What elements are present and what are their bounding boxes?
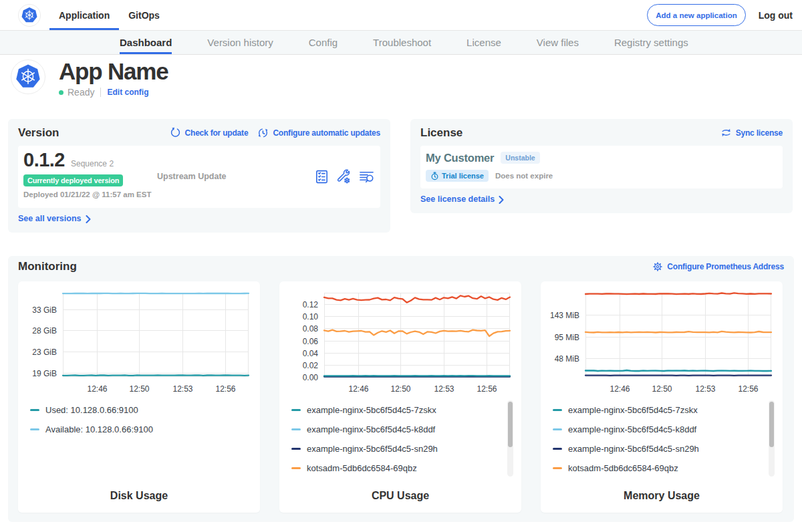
sync-license-label: Sync license — [736, 128, 783, 138]
subnav-item-config[interactable]: Config — [309, 31, 338, 54]
subnav-item-registry-settings[interactable]: Registry settings — [614, 31, 688, 54]
legend-item-example-nginx-5bc6f5d4c5-k8ddf[interactable]: example-nginx-5bc6f5d4c5-k8ddf — [553, 420, 783, 439]
svg-text:12:53: 12:53 — [172, 384, 192, 394]
page-title: App Name — [59, 59, 168, 84]
memory-usage-legend: example-nginx-5bc6f5d4c5-7zskxexample-ng… — [541, 400, 783, 478]
legend-label: example-nginx-5bc6f5d4c5-sn29h — [568, 444, 699, 454]
disk-usage-legend: Used: 10.128.0.66:9100Available: 10.128.… — [18, 400, 260, 439]
svg-text:95 MiB: 95 MiB — [555, 333, 579, 342]
legend-label: Available: 10.128.0.66:9100 — [45, 424, 153, 434]
svg-text:12:50: 12:50 — [652, 384, 672, 394]
legend-scrollbar-thumb[interactable] — [508, 402, 513, 447]
see-all-versions-label: See all versions — [18, 214, 82, 223]
version-card-title: Version — [18, 126, 59, 140]
svg-text:19 GiB: 19 GiB — [32, 369, 57, 378]
chart-title-memory-usage: Memory Usage — [541, 490, 783, 502]
dashboard-main: Version Check for update — [0, 119, 802, 522]
legend-scrollbar[interactable] — [507, 400, 513, 477]
subnav-item-version-history[interactable]: Version history — [207, 31, 273, 54]
configure-prometheus-link[interactable]: Configure Prometheus Address — [652, 261, 784, 272]
svg-text:12:53: 12:53 — [434, 384, 454, 394]
chart-title-disk-usage: Disk Usage — [18, 490, 260, 502]
legend-item-available-10-128-0-66-9100[interactable]: Available: 10.128.0.66:9100 — [30, 420, 260, 439]
svg-text:12:50: 12:50 — [129, 384, 149, 394]
see-all-versions-link[interactable]: See all versions — [18, 213, 380, 225]
legend-label: example-nginx-5bc6f5d4c5-sn29h — [307, 444, 438, 454]
legend-item-example-nginx-5bc6f5d4c5-k8ddf[interactable]: example-nginx-5bc6f5d4c5-k8ddf — [291, 420, 521, 439]
legend-dash-icon — [30, 409, 39, 411]
legend-dash-icon — [30, 428, 39, 430]
add-new-application-button[interactable]: Add a new application — [647, 4, 745, 26]
license-card-title: License — [420, 126, 462, 140]
legend-scrollbar-thumb[interactable] — [769, 402, 774, 447]
kubernetes-wheel-icon — [21, 7, 38, 24]
svg-text:12:46: 12:46 — [348, 384, 368, 394]
channel-badge: Unstable — [501, 152, 539, 164]
sync-license-link[interactable]: Sync license — [720, 127, 783, 138]
auto-update-clock-icon — [257, 127, 269, 138]
edit-config-icon[interactable] — [336, 169, 352, 184]
legend-item-kotsadm-5db6dc6584-69qbz[interactable]: kotsadm-5db6dc6584-69qbz — [553, 458, 783, 478]
subnav-item-troubleshoot[interactable]: Troubleshoot — [373, 31, 431, 54]
kubernetes-logo-icon — [18, 4, 41, 27]
legend-label: Used: 10.128.0.66:9100 — [45, 405, 138, 415]
svg-text:33 GiB: 33 GiB — [32, 305, 57, 315]
sync-arrows-icon — [720, 127, 732, 138]
legend-item-example-nginx-5bc6f5d4c5-sn29h[interactable]: example-nginx-5bc6f5d4c5-sn29h — [291, 439, 521, 458]
sequence-label: Sequence 2 — [71, 159, 114, 168]
legend-dash-icon — [553, 409, 562, 411]
release-notes-icon[interactable] — [314, 169, 329, 184]
legend-dash-icon — [291, 428, 301, 430]
chart-card-disk-usage: 19 GiB23 GiB28 GiB33 GiB12:4612:5012:531… — [18, 281, 260, 513]
legend-item-used-10-128-0-66-9100[interactable]: Used: 10.128.0.66:9100 — [30, 400, 260, 420]
currently-deployed-badge: Currently deployed version — [23, 174, 123, 186]
logout-link[interactable]: Log out — [759, 10, 793, 21]
legend-dash-icon — [291, 409, 301, 411]
license-card: License Sync license My Custo — [410, 119, 793, 213]
legend-item-example-nginx-5bc6f5d4c5-sn29h[interactable]: example-nginx-5bc6f5d4c5-sn29h — [553, 439, 783, 458]
chart-card-cpu-usage: 0.000.020.040.060.080.100.1212:4612:5012… — [279, 281, 521, 513]
check-for-update-link[interactable]: Check for update — [170, 127, 249, 138]
svg-text:0.04: 0.04 — [303, 349, 319, 358]
license-expiry: Does not expire — [495, 172, 553, 180]
legend-dash-icon — [553, 448, 562, 450]
svg-text:0.10: 0.10 — [303, 312, 319, 321]
series-kotsadm-5db6dc6584-69qbz — [585, 331, 771, 333]
legend-label: example-nginx-5bc6f5d4c5-7zskx — [307, 405, 436, 415]
refresh-icon — [170, 127, 181, 138]
navbar-right: Add a new application Log out — [647, 0, 802, 30]
svg-text:12:46: 12:46 — [87, 384, 107, 394]
svg-text:28 GiB: 28 GiB — [32, 326, 57, 336]
memory-usage-chart: 48 MiB95 MiB143 MiB12:4612:5012:5312:56 — [541, 281, 783, 396]
subnav-item-license[interactable]: License — [466, 31, 501, 54]
monitoring-section: Monitoring — [8, 256, 794, 522]
configure-automatic-updates-link[interactable]: Configure automatic updates — [257, 127, 380, 138]
svg-text:0.08: 0.08 — [303, 324, 319, 334]
legend-item-example-nginx-5bc6f5d4c5-7zskx[interactable]: example-nginx-5bc6f5d4c5-7zskx — [291, 400, 521, 420]
legend-label: example-nginx-5bc6f5d4c5-k8ddf — [568, 424, 696, 434]
subnav-item-view-files[interactable]: View files — [537, 31, 579, 54]
license-box: My Customer Unstable Trial license Does … — [420, 146, 783, 188]
chart-card-memory-usage: 48 MiB95 MiB143 MiB12:4612:5012:5312:56e… — [541, 281, 783, 513]
version-card: Version Check for update — [8, 119, 390, 233]
navbar-tab-application[interactable]: Application — [49, 0, 119, 30]
legend-label: example-nginx-5bc6f5d4c5-7zskx — [568, 405, 698, 415]
view-diff-icon[interactable] — [358, 169, 375, 184]
legend-item-kotsadm-5db6dc6584-69qbz[interactable]: kotsadm-5db6dc6584-69qbz — [291, 458, 521, 478]
legend-dash-icon — [553, 428, 562, 430]
series-kotsadm-5db6dc6584-69qbz — [324, 330, 510, 336]
see-license-details-link[interactable]: See license details — [420, 193, 783, 205]
version-source-label: Upstream Update — [157, 172, 227, 181]
svg-text:0.06: 0.06 — [303, 337, 319, 346]
legend-item-example-nginx-5bc6f5d4c5-7zskx[interactable]: example-nginx-5bc6f5d4c5-7zskx — [553, 400, 783, 420]
divider — [100, 88, 101, 97]
status-dot — [59, 90, 63, 95]
svg-text:0.12: 0.12 — [303, 300, 319, 309]
edit-config-link[interactable]: Edit config — [107, 88, 148, 97]
navbar-tab-gitops[interactable]: GitOps — [119, 0, 169, 30]
series-example-nginx-5bc6f5d4c5-7zskx — [585, 370, 771, 371]
subnav-item-dashboard[interactable]: Dashboard — [120, 31, 172, 54]
top-navbar: ApplicationGitOps Add a new application … — [0, 0, 802, 31]
legend-scrollbar[interactable] — [769, 400, 775, 477]
trial-license-badge: Trial license — [426, 170, 489, 182]
